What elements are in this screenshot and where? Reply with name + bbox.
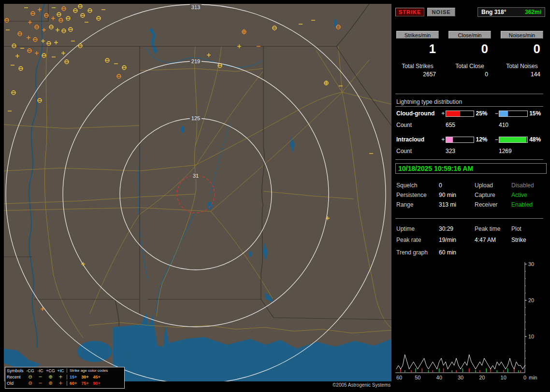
total-strikes-value: 2657 (396, 71, 439, 78)
peak-rate-value: 19/min (439, 235, 475, 246)
legend-age-header: Strike age color codes (67, 368, 124, 373)
cg-count-row: Count 655 410 (396, 122, 544, 128)
cg-negative-pct: 15% (528, 110, 544, 117)
ic-count-row: Count 323 1269 (396, 148, 544, 154)
ic-positive-count: 323 (446, 148, 499, 154)
cg-negative-count: 410 (499, 122, 508, 128)
bearing-distance: 362mi (525, 9, 541, 15)
strike-button[interactable]: STRIKE (395, 8, 424, 16)
svg-text:30: 30 (528, 261, 534, 267)
noises-per-min-chip[interactable]: Noises/min (501, 31, 543, 39)
close-per-min-chip[interactable]: Close/min (449, 31, 491, 39)
neg-cg-icon: ⊖ (25, 375, 35, 379)
radar-map[interactable]: 313 219 125 31 (4, 4, 391, 381)
neg-ic-icon: − (35, 381, 45, 386)
svg-text:50: 50 (415, 375, 420, 380)
capture-label: Capture (475, 190, 511, 200)
app-window: 313 219 125 31 Symbols -CG -IC +CG +IC S… (0, 0, 550, 392)
trend-chart: 3020106050403020100min (394, 260, 547, 386)
strikes-column: Strikes/min 1 Total Strikes 2657 (396, 31, 439, 78)
minus-sign: − (494, 136, 499, 143)
age-code: 90+ (93, 381, 101, 386)
range-value: 313 mi (439, 200, 475, 210)
upload-value: Disabled (511, 181, 544, 190)
bearing-label: Bng 318° (481, 9, 506, 15)
minus-sign: − (494, 110, 499, 117)
trend-period-value: 60 min (439, 249, 456, 256)
range-ring-label-313: 313 (190, 4, 202, 10)
range-ring-label-219: 219 (190, 58, 202, 64)
noise-button[interactable]: NOISE (427, 8, 455, 16)
age-code: 30+ (81, 375, 88, 379)
trend-graph: 3020106050403020100min (394, 260, 547, 386)
strikes-per-min-value: 1 (396, 42, 439, 56)
svg-text:0: 0 (523, 375, 526, 380)
pos-cg-icon: ⊕ (45, 375, 56, 379)
legend-recent-ages: 15+30+45+ (67, 375, 124, 379)
range-label: Range (396, 200, 439, 210)
legend-col-neg-cg: -CG (25, 368, 35, 373)
strikes-per-min-chip[interactable]: Strikes/min (396, 31, 439, 39)
bearing-display: Bng 318° 362mi (478, 7, 545, 17)
trend-graph-label: Trend graph (396, 249, 439, 256)
total-close-value: 0 (449, 71, 491, 78)
legend-col-pos-cg: +CG (45, 368, 56, 373)
uptime-value: 30:29 (439, 224, 475, 235)
svg-text:10: 10 (501, 375, 507, 380)
svg-text:20: 20 (479, 375, 485, 380)
svg-text:min: min (529, 375, 537, 380)
legend-col-pos-ic: +IC (56, 368, 66, 373)
control-panel: STRIKE NOISE Bng 318° 362mi Strikes/min … (394, 4, 550, 388)
legend-symbols-header: Symbols (5, 368, 25, 373)
intracloud-label: Intracloud (396, 136, 441, 143)
capture-value: Active (511, 190, 544, 200)
legend-col-neg-ic: -IC (35, 368, 45, 373)
receiver-value: Enabled (511, 200, 544, 210)
ic-negative-bar (499, 137, 528, 143)
rate-columns: Strikes/min 1 Total Strikes 2657 Close/m… (396, 31, 543, 78)
plot-value: Strike (511, 235, 544, 246)
age-code: 45+ (93, 375, 101, 379)
svg-text:30: 30 (458, 375, 463, 380)
strike-symbol (324, 81, 328, 85)
total-strikes-label: Total Strikes (396, 63, 439, 70)
divider (395, 106, 543, 107)
squelch-label: Squelch (396, 181, 439, 190)
noises-per-min-value: 0 (501, 42, 543, 56)
cg-positive-count: 655 (446, 122, 499, 128)
count-label: Count (396, 148, 446, 154)
cg-positive-bar (446, 111, 475, 117)
cloud-ground-row: Cloud-ground + 25% − 15% (396, 110, 544, 117)
receiver-label: Receiver (475, 200, 511, 210)
svg-text:20: 20 (528, 297, 534, 303)
count-label: Count (396, 122, 446, 128)
copyright-text: ©2005 Astrogenic Systems (333, 382, 391, 388)
ic-positive-bar (446, 137, 475, 143)
peak-time-value: 4:47 AM (475, 235, 511, 246)
strike-legend: Symbols -CG -IC +CG +IC Strike age color… (5, 367, 125, 389)
persistence-label: Persistence (396, 190, 439, 200)
peak-time-label: Peak time (475, 224, 511, 235)
distribution-title: Lightning type distribution (396, 98, 462, 105)
svg-text:10: 10 (528, 334, 534, 339)
noises-column: Noises/min 0 Total Noises 144 (501, 31, 543, 78)
legend-old-label: Old (5, 381, 25, 386)
legend-recent-label: Recent (5, 375, 25, 379)
peak-rate-label: Peak rate (396, 235, 439, 246)
range-ring-label-125: 125 (190, 115, 202, 121)
svg-text:40: 40 (436, 375, 442, 380)
persistence-value: 90 min (439, 190, 475, 200)
upload-label: Upload (475, 181, 511, 190)
cloud-ground-label: Cloud-ground (396, 110, 441, 117)
ic-negative-count: 1269 (499, 148, 512, 154)
age-code: 15+ (70, 375, 77, 379)
pos-ic-icon: + (56, 375, 66, 379)
pos-cg-icon: ⊕ (45, 381, 56, 386)
divider (395, 159, 543, 160)
age-code: 75+ (81, 381, 88, 386)
trend-graph-row: Trend graph 60 min (396, 249, 456, 256)
svg-text:60: 60 (396, 375, 402, 380)
age-code: 60+ (70, 381, 77, 386)
neg-cg-icon: ⊖ (25, 381, 35, 386)
total-close-label: Total Close (449, 63, 491, 70)
